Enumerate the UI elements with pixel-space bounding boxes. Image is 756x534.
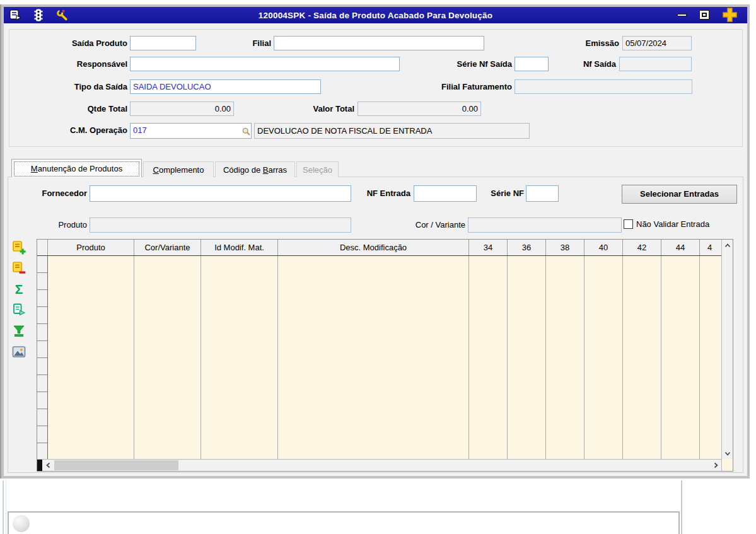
column-header-38[interactable]: 38 bbox=[546, 240, 584, 255]
selecionar-entradas-button[interactable]: Selecionar Entradas bbox=[622, 185, 737, 204]
row-selector-cell bbox=[37, 324, 47, 341]
column-header-40[interactable]: 40 bbox=[584, 240, 623, 255]
tab-manutencao-de-produtos[interactable]: Manutenção de Produtos bbox=[11, 159, 142, 177]
scroll-up-arrow[interactable] bbox=[722, 240, 733, 251]
maximize-button[interactable] bbox=[699, 10, 709, 20]
row-selector-cell bbox=[37, 392, 47, 409]
grid-corner-cell bbox=[37, 240, 48, 255]
vertical-scrollbar[interactable] bbox=[721, 240, 733, 459]
scroll-right-arrow[interactable] bbox=[710, 460, 721, 471]
form-arrow-icon[interactable] bbox=[9, 9, 23, 21]
wrench-icon[interactable] bbox=[55, 9, 69, 21]
serie-nf-label: Série NF bbox=[461, 185, 524, 202]
row-selector-cell bbox=[37, 307, 47, 324]
row-selector-cell bbox=[37, 375, 47, 392]
horizontal-scrollbar[interactable] bbox=[37, 459, 722, 471]
qtde-total-field: 0.00 bbox=[130, 102, 234, 116]
grid-body[interactable] bbox=[37, 256, 722, 459]
column-header-partial[interactable]: 4 bbox=[700, 240, 723, 255]
grid-header: ProdutoCor/VarianteId Modif. Mat.Desc. M… bbox=[37, 240, 722, 256]
grid-column-separator bbox=[545, 256, 546, 459]
grid-column-separator bbox=[584, 256, 584, 459]
row-selector-cell bbox=[37, 443, 47, 459]
column-header-id-modif-mat[interactable]: Id Modif. Mat. bbox=[201, 240, 278, 255]
tab-complemento[interactable]: Complemento bbox=[143, 161, 214, 177]
row-selector-cell bbox=[37, 409, 47, 426]
cm-operacao-label: C.M. Operação bbox=[20, 123, 127, 138]
grid-column-separator bbox=[201, 256, 201, 459]
grid-splitter-handle[interactable] bbox=[37, 460, 42, 471]
fornecedor-label: Fornecedor bbox=[8, 185, 87, 202]
serie-nf-input[interactable] bbox=[526, 185, 559, 202]
cm-operacao-input[interactable]: 017 bbox=[130, 123, 252, 139]
window-title: 120004SPK - Saída de Produto Acabado Par… bbox=[4, 11, 747, 20]
cor-variante-field bbox=[468, 218, 622, 233]
row-selector-cell bbox=[37, 256, 47, 273]
scroll-left-arrow[interactable] bbox=[43, 460, 54, 471]
products-grid: ProdutoCor/VarianteId Modif. Mat.Desc. M… bbox=[37, 239, 733, 472]
sum-icon[interactable]: Σ bbox=[11, 282, 27, 297]
scroll-down-arrow[interactable] bbox=[722, 448, 733, 458]
background-status-panel bbox=[8, 511, 680, 534]
background-message-panel bbox=[7, 482, 681, 509]
nf-saida-label: Nf Saída bbox=[553, 57, 616, 72]
background-window-border-inner bbox=[6, 480, 6, 534]
remove-row-icon[interactable] bbox=[11, 261, 27, 276]
filial-label: Filial bbox=[208, 36, 271, 51]
tipo-saida-label: Tipo da Saída bbox=[20, 79, 127, 95]
tab-panel-manutencao: Fornecedor NF Entrada Série NF Seleciona… bbox=[8, 177, 743, 473]
tab-label: Código de Barras bbox=[223, 165, 287, 175]
client-area: Saída Produto Filial Emissão 05/07/2024 … bbox=[4, 23, 747, 476]
column-header-36[interactable]: 36 bbox=[508, 240, 546, 255]
column-header-42[interactable]: 42 bbox=[623, 240, 661, 255]
filial-combobox[interactable] bbox=[274, 36, 484, 50]
horizontal-scroll-thumb[interactable] bbox=[54, 460, 178, 470]
row-selector-cell bbox=[37, 273, 47, 290]
cor-variante-label: Cor / Variante bbox=[402, 218, 465, 233]
column-header-produto[interactable]: Produto bbox=[48, 240, 134, 255]
fornecedor-input[interactable] bbox=[90, 185, 351, 202]
tab-label: Seleção bbox=[303, 165, 332, 175]
column-header-34[interactable]: 34 bbox=[469, 240, 508, 255]
filial-faturamento-field bbox=[515, 79, 692, 94]
produto-label: Produto bbox=[8, 218, 87, 233]
filial-faturamento-label: Filial Faturamento bbox=[417, 79, 512, 95]
row-selector-column bbox=[37, 256, 48, 459]
add-row-icon[interactable] bbox=[11, 240, 27, 255]
scrollbar-corner bbox=[721, 459, 733, 471]
produto-field bbox=[90, 218, 351, 233]
column-header-desc-modificacao[interactable]: Desc. Modificação bbox=[278, 240, 469, 255]
grid-column-separator bbox=[661, 256, 661, 459]
row-selector-cell bbox=[37, 358, 47, 375]
filter-funnel-icon[interactable] bbox=[11, 323, 27, 339]
tab-selecao: Seleção bbox=[296, 161, 339, 177]
tipo-saida-combobox[interactable]: SAIDA DEVOLUCAO bbox=[130, 79, 321, 94]
tab-codigo-de-barras[interactable]: Código de Barras bbox=[215, 161, 295, 177]
grid-column-separator bbox=[277, 256, 278, 459]
traffic-light-icon[interactable] bbox=[32, 9, 45, 21]
copy-run-icon[interactable] bbox=[11, 303, 27, 318]
app-window: 120004SPK - Saída de Produto Acabado Par… bbox=[1, 4, 750, 479]
emissao-field: 05/07/2024 bbox=[622, 36, 692, 50]
tab-label: Manutenção de Produtos bbox=[31, 164, 122, 173]
cm-operacao-value: 017 bbox=[133, 125, 147, 135]
column-header-cor-variante[interactable]: Cor/Variante bbox=[134, 240, 201, 255]
row-selector-cell bbox=[37, 341, 47, 358]
serie-nf-saida-input[interactable] bbox=[515, 57, 549, 71]
column-header-44[interactable]: 44 bbox=[661, 240, 700, 255]
row-selector-cell bbox=[37, 290, 47, 307]
saida-produto-input[interactable] bbox=[130, 36, 196, 50]
screen: { "window": { "title": "120004SPK - Saíd… bbox=[0, 0, 756, 534]
plus-button[interactable] bbox=[721, 7, 740, 25]
tab-strip: Manutenção de ProdutosComplementoCódigo … bbox=[11, 159, 340, 177]
minimize-button[interactable] bbox=[677, 14, 687, 16]
nf-saida-field bbox=[619, 57, 692, 71]
titlebar[interactable]: 120004SPK - Saída de Produto Acabado Par… bbox=[4, 7, 747, 23]
cm-operacao-lookup-icon[interactable] bbox=[242, 126, 250, 139]
nao-validar-entrada-checkbox[interactable] bbox=[624, 219, 633, 229]
tab-label: Complemento bbox=[153, 165, 204, 175]
qtde-total-label: Qtde Total bbox=[20, 102, 127, 117]
image-icon[interactable] bbox=[11, 344, 27, 359]
responsavel-input[interactable] bbox=[130, 57, 400, 71]
saida-produto-label: Saída Produto bbox=[20, 36, 127, 51]
